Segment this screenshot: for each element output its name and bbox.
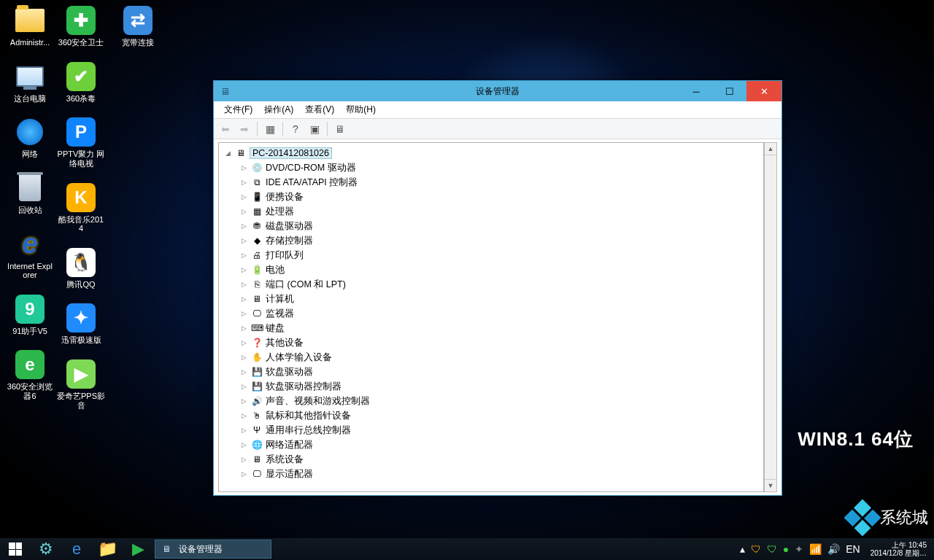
scroll-up-button[interactable]: ▲ (765, 143, 776, 155)
desktop-icon-pps[interactable]: ▶爱奇艺PPS影音 (57, 358, 105, 410)
tree-node[interactable]: ▷🖥计算机 (238, 292, 762, 306)
tray-shield1-icon[interactable]: 🛡 (751, 543, 761, 555)
tree-node[interactable]: ▷▦处理器 (238, 204, 762, 219)
desktop-icon-91helper[interactable]: 991助手V5 (6, 293, 54, 336)
desktop-icon-qq[interactable]: 🐧腾讯QQ (57, 246, 105, 289)
maximize-button[interactable] (713, 81, 746, 101)
desktop-icon-this-pc[interactable]: 这台电脑 (6, 61, 54, 104)
tree-node[interactable]: ▷🖱鼠标和其他指针设备 (238, 408, 762, 423)
expand-icon[interactable]: ▷ (239, 295, 248, 303)
desktop-icon-360browser[interactable]: e360安全浏览器6 (6, 349, 54, 400)
expand-icon[interactable]: ▷ (239, 339, 248, 346)
expand-icon[interactable]: ▷ (239, 164, 248, 171)
desktop-icon-xunlei[interactable]: ✦迅雷极速版 (57, 302, 105, 345)
toolbar-help-button[interactable]: ? (287, 121, 304, 137)
expand-icon[interactable]: ▷ (239, 193, 248, 201)
tray-up-icon[interactable]: ▴ (740, 543, 745, 555)
menu-a[interactable]: 操作(A) (258, 102, 299, 117)
expand-icon[interactable]: ▷ (239, 266, 248, 273)
tray-network-icon[interactable]: 📶 (809, 543, 822, 555)
tree-node[interactable]: ▷🖨打印队列 (238, 248, 762, 262)
tree-node[interactable]: ▷✋人体学输入设备 (238, 350, 762, 365)
360av-icon: ✔ (65, 61, 97, 93)
tree-node[interactable]: ▷🖥系统设备 (238, 452, 762, 467)
expand-icon[interactable]: ▷ (239, 281, 248, 288)
device-tree[interactable]: ◢ 🖥 PC-201412081026 ▷💿DVD/CD-ROM 驱动器▷⧉ID… (218, 142, 764, 492)
minimize-button[interactable] (679, 81, 713, 101)
expand-icon[interactable]: ▷ (239, 208, 248, 215)
expand-icon[interactable]: ▷ (239, 397, 248, 405)
desktop-icon-360safe[interactable]: ✚360安全卫士 (57, 4, 105, 47)
tray-360-icon[interactable]: ● (783, 543, 789, 555)
toolbar-properties-button[interactable]: ▣ (306, 121, 323, 137)
expand-icon[interactable]: ▷ (239, 412, 248, 419)
pinned-store[interactable]: ⚙ (31, 538, 61, 560)
tree-node-label: 其他设备 (266, 337, 304, 349)
qq-icon: 🐧 (65, 246, 97, 279)
tree-node[interactable]: ▷⧉IDE ATA/ATAPI 控制器 (238, 175, 762, 190)
expand-icon[interactable]: ▷ (239, 252, 248, 259)
tree-node[interactable]: ▷⛃磁盘驱动器 (238, 219, 762, 233)
tree-node[interactable]: ▷💾软盘驱动器控制器 (238, 379, 762, 394)
pinned-iqiyi[interactable]: ▶ (123, 538, 153, 560)
os-watermark: WIN8.1 64位 (798, 427, 914, 452)
tree-node[interactable]: ▷📱便携设备 (238, 190, 762, 204)
360safe-icon: ✚ (65, 4, 97, 36)
clock-time: 上午 10:45 (871, 541, 927, 549)
desktop-icon-administrator[interactable]: Administr... (6, 4, 54, 47)
tree-node[interactable]: ▷🌐网络适配器 (238, 438, 762, 452)
desktop-icon-kuwo[interactable]: K酷我音乐2014 (57, 182, 105, 233)
tray-ime-icon[interactable]: EN (846, 543, 860, 555)
titlebar[interactable]: 🖥 设备管理器 (214, 81, 781, 101)
tree-node[interactable]: ▷🔊声音、视频和游戏控制器 (238, 394, 762, 408)
menu-f[interactable]: 文件(F) (218, 102, 258, 117)
taskbar-task-device-manager[interactable]: 🖥 设备管理器 (155, 540, 271, 559)
tree-node[interactable]: ▷⌨键盘 (238, 321, 762, 335)
desktop-icon-pptv[interactable]: PPPTV聚力 网络电视 (57, 116, 105, 168)
desktop-icon-network[interactable]: 网络 (6, 116, 54, 159)
expand-icon[interactable]: ▷ (239, 222, 248, 230)
expand-icon[interactable]: ▷ (239, 237, 248, 244)
tree-node[interactable]: ▷💿DVD/CD-ROM 驱动器 (238, 160, 762, 175)
tree-node[interactable]: ▷💾软盘驱动器 (238, 365, 762, 379)
menu-h[interactable]: 帮助(H) (340, 102, 382, 117)
menu-v[interactable]: 查看(V) (299, 102, 340, 117)
desktop-icon-ie[interactable]: eInternet Explorer (6, 228, 54, 280)
device-category-icon: ⧉ (251, 176, 263, 188)
tray-shield2-icon[interactable]: 🛡 (767, 543, 777, 555)
pinned-explorer[interactable]: 📁 (92, 538, 123, 560)
tree-node[interactable]: ▷🖵监视器 (238, 306, 762, 321)
tree-root-node[interactable]: ◢ 🖥 PC-201412081026 (222, 146, 762, 160)
expand-icon[interactable]: ▷ (239, 310, 248, 317)
pinned-ie[interactable]: e (61, 538, 92, 560)
expand-icon[interactable]: ▷ (239, 456, 248, 463)
start-button[interactable] (0, 538, 31, 560)
tree-node[interactable]: ▷🖵显示适配器 (238, 467, 762, 481)
close-button[interactable] (746, 81, 781, 101)
expand-icon[interactable]: ▷ (239, 324, 248, 332)
expand-icon[interactable]: ▷ (239, 383, 248, 390)
tray-tool-icon[interactable]: ✦ (795, 543, 803, 555)
tree-node[interactable]: ▷◆存储控制器 (238, 233, 762, 248)
expand-icon[interactable]: ▷ (239, 441, 248, 448)
scroll-down-button[interactable]: ▼ (765, 479, 776, 491)
toolbar-show-hidden-button[interactable]: ▦ (261, 121, 279, 137)
taskbar-clock[interactable]: 上午 10:45 2014/12/8 星期… (866, 541, 931, 557)
tree-node[interactable]: ▷Ψ通用串行总线控制器 (238, 423, 762, 438)
expand-icon[interactable]: ▷ (239, 427, 248, 434)
tree-area: ◢ 🖥 PC-201412081026 ▷💿DVD/CD-ROM 驱动器▷⧉ID… (214, 139, 781, 495)
desktop-icon-recycle-bin[interactable]: 回收站 (6, 172, 54, 215)
expand-icon[interactable]: ▷ (239, 368, 248, 376)
collapse-icon[interactable]: ◢ (223, 149, 232, 157)
tree-node[interactable]: ▷❓其他设备 (238, 335, 762, 350)
vertical-scrollbar[interactable]: ▲ ▼ (764, 142, 777, 492)
tray-volume-icon[interactable]: 🔊 (827, 543, 840, 555)
expand-icon[interactable]: ▷ (239, 354, 248, 361)
desktop-icon-360av[interactable]: ✔360杀毒 (57, 61, 105, 104)
tree-node[interactable]: ▷🔋电池 (238, 262, 762, 277)
desktop-icon-broadband[interactable]: ⇄宽带连接 (114, 4, 162, 47)
tree-node[interactable]: ▷⎘端口 (COM 和 LPT) (238, 277, 762, 292)
toolbar-scan-hardware-button[interactable]: 🖥 (331, 121, 349, 137)
expand-icon[interactable]: ▷ (239, 470, 248, 478)
expand-icon[interactable]: ▷ (239, 179, 248, 186)
